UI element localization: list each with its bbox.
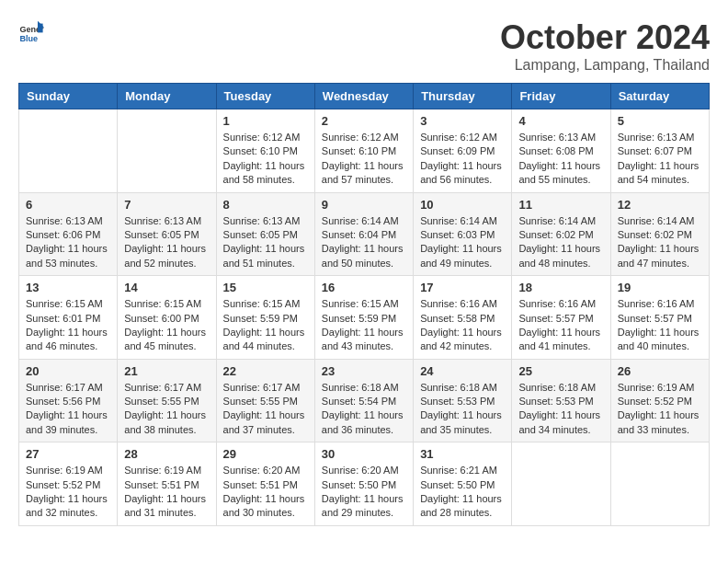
day-number: 23: [322, 364, 406, 378]
calendar-cell: 24Sunrise: 6:18 AM Sunset: 5:53 PM Dayli…: [414, 359, 512, 442]
day-number: 18: [518, 281, 603, 294]
calendar-cell: 2Sunrise: 6:12 AM Sunset: 6:10 PM Daylig…: [314, 109, 413, 193]
day-content: Sunrise: 6:14 AM Sunset: 6:02 PM Dayligh…: [618, 214, 702, 271]
day-content: Sunrise: 6:16 AM Sunset: 5:57 PM Dayligh…: [618, 297, 702, 354]
calendar-cell: 25Sunrise: 6:18 AM Sunset: 5:53 PM Dayli…: [512, 359, 610, 442]
day-number: 17: [420, 281, 505, 294]
svg-text:Blue: Blue: [19, 34, 38, 43]
day-content: Sunrise: 6:16 AM Sunset: 5:57 PM Dayligh…: [518, 297, 603, 354]
day-content: Sunrise: 6:15 AM Sunset: 6:00 PM Dayligh…: [124, 297, 209, 354]
day-number: 27: [26, 447, 110, 461]
calendar-cell: [118, 109, 216, 193]
day-content: Sunrise: 6:12 AM Sunset: 6:09 PM Dayligh…: [420, 131, 505, 188]
day-content: Sunrise: 6:19 AM Sunset: 5:51 PM Dayligh…: [124, 464, 209, 521]
calendar-cell: 31Sunrise: 6:21 AM Sunset: 5:50 PM Dayli…: [414, 442, 512, 526]
calendar-cell: [19, 109, 118, 193]
day-content: Sunrise: 6:20 AM Sunset: 5:50 PM Dayligh…: [322, 464, 406, 521]
day-content: Sunrise: 6:12 AM Sunset: 6:10 PM Dayligh…: [223, 131, 308, 188]
weekday-header-monday: Monday: [118, 84, 216, 109]
day-content: Sunrise: 6:13 AM Sunset: 6:05 PM Dayligh…: [124, 214, 209, 271]
calendar-cell: 5Sunrise: 6:13 AM Sunset: 6:07 PM Daylig…: [610, 109, 709, 193]
day-number: 2: [322, 114, 406, 128]
day-content: Sunrise: 6:12 AM Sunset: 6:10 PM Dayligh…: [322, 131, 406, 188]
day-content: Sunrise: 6:17 AM Sunset: 5:55 PM Dayligh…: [223, 381, 308, 438]
calendar-cell: 6Sunrise: 6:13 AM Sunset: 6:06 PM Daylig…: [19, 192, 118, 276]
calendar-cell: 8Sunrise: 6:13 AM Sunset: 6:05 PM Daylig…: [216, 192, 314, 276]
day-number: 5: [618, 114, 702, 128]
calendar-cell: 13Sunrise: 6:15 AM Sunset: 6:01 PM Dayli…: [19, 276, 118, 360]
calendar-cell: 20Sunrise: 6:17 AM Sunset: 5:56 PM Dayli…: [19, 359, 118, 442]
calendar-cell: 30Sunrise: 6:20 AM Sunset: 5:50 PM Dayli…: [314, 442, 413, 526]
calendar-cell: 16Sunrise: 6:15 AM Sunset: 5:59 PM Dayli…: [314, 276, 413, 360]
day-number: 1: [223, 114, 308, 128]
day-number: 9: [322, 198, 406, 212]
day-number: 7: [124, 198, 209, 212]
day-content: Sunrise: 6:15 AM Sunset: 5:59 PM Dayligh…: [223, 297, 308, 354]
day-content: Sunrise: 6:18 AM Sunset: 5:53 PM Dayligh…: [420, 381, 505, 438]
day-content: Sunrise: 6:14 AM Sunset: 6:02 PM Dayligh…: [518, 214, 603, 271]
calendar-cell: [610, 442, 709, 526]
calendar-cell: 4Sunrise: 6:13 AM Sunset: 6:08 PM Daylig…: [512, 109, 610, 193]
calendar-week-row: 13Sunrise: 6:15 AM Sunset: 6:01 PM Dayli…: [19, 276, 710, 360]
day-number: 10: [420, 198, 505, 212]
day-content: Sunrise: 6:21 AM Sunset: 5:50 PM Dayligh…: [420, 464, 505, 521]
day-number: 26: [618, 364, 702, 378]
weekday-header-friday: Friday: [512, 84, 610, 109]
day-number: 19: [618, 281, 702, 294]
day-number: 4: [518, 114, 603, 128]
title-area: October 2024 Lampang, Lampang, Thailand: [500, 18, 710, 74]
weekday-header-saturday: Saturday: [610, 84, 709, 109]
calendar-cell: 27Sunrise: 6:19 AM Sunset: 5:52 PM Dayli…: [19, 442, 118, 526]
calendar-cell: 22Sunrise: 6:17 AM Sunset: 5:55 PM Dayli…: [216, 359, 314, 442]
day-content: Sunrise: 6:18 AM Sunset: 5:53 PM Dayligh…: [518, 381, 603, 438]
month-title: October 2024: [500, 18, 710, 57]
generalblue-logo-icon: General Blue: [18, 18, 44, 44]
weekday-header-wednesday: Wednesday: [314, 84, 413, 109]
calendar-cell: 28Sunrise: 6:19 AM Sunset: 5:51 PM Dayli…: [118, 442, 216, 526]
day-number: 3: [420, 114, 505, 128]
calendar-cell: [512, 442, 610, 526]
day-content: Sunrise: 6:18 AM Sunset: 5:54 PM Dayligh…: [322, 381, 406, 438]
calendar-week-row: 6Sunrise: 6:13 AM Sunset: 6:06 PM Daylig…: [19, 192, 710, 276]
day-content: Sunrise: 6:14 AM Sunset: 6:04 PM Dayligh…: [322, 214, 406, 271]
location: Lampang, Lampang, Thailand: [500, 57, 710, 74]
day-content: Sunrise: 6:20 AM Sunset: 5:51 PM Dayligh…: [223, 464, 308, 521]
day-content: Sunrise: 6:17 AM Sunset: 5:55 PM Dayligh…: [124, 381, 209, 438]
day-number: 25: [518, 364, 603, 378]
day-number: 16: [322, 281, 406, 294]
day-number: 14: [124, 281, 209, 294]
header: General Blue October 2024 Lampang, Lampa…: [18, 18, 710, 74]
calendar-header-row: SundayMondayTuesdayWednesdayThursdayFrid…: [19, 84, 710, 109]
calendar-cell: 7Sunrise: 6:13 AM Sunset: 6:05 PM Daylig…: [118, 192, 216, 276]
day-number: 12: [618, 198, 702, 212]
calendar-cell: 14Sunrise: 6:15 AM Sunset: 6:00 PM Dayli…: [118, 276, 216, 360]
calendar-cell: 26Sunrise: 6:19 AM Sunset: 5:52 PM Dayli…: [610, 359, 709, 442]
weekday-header-thursday: Thursday: [414, 84, 512, 109]
calendar-cell: 29Sunrise: 6:20 AM Sunset: 5:51 PM Dayli…: [216, 442, 314, 526]
day-content: Sunrise: 6:17 AM Sunset: 5:56 PM Dayligh…: [26, 381, 110, 438]
calendar-cell: 17Sunrise: 6:16 AM Sunset: 5:58 PM Dayli…: [414, 276, 512, 360]
day-content: Sunrise: 6:16 AM Sunset: 5:58 PM Dayligh…: [420, 297, 505, 354]
calendar-week-row: 1Sunrise: 6:12 AM Sunset: 6:10 PM Daylig…: [19, 109, 710, 193]
calendar-cell: 23Sunrise: 6:18 AM Sunset: 5:54 PM Dayli…: [314, 359, 413, 442]
day-number: 22: [223, 364, 308, 378]
day-number: 24: [420, 364, 505, 378]
day-number: 31: [420, 447, 505, 461]
logo: General Blue: [18, 18, 46, 44]
day-number: 8: [223, 198, 308, 212]
day-number: 20: [26, 364, 110, 378]
calendar-cell: 19Sunrise: 6:16 AM Sunset: 5:57 PM Dayli…: [610, 276, 709, 360]
day-number: 29: [223, 447, 308, 461]
day-content: Sunrise: 6:13 AM Sunset: 6:06 PM Dayligh…: [26, 214, 110, 271]
day-content: Sunrise: 6:13 AM Sunset: 6:08 PM Dayligh…: [518, 131, 603, 188]
calendar-cell: 18Sunrise: 6:16 AM Sunset: 5:57 PM Dayli…: [512, 276, 610, 360]
day-number: 11: [518, 198, 603, 212]
calendar-cell: 12Sunrise: 6:14 AM Sunset: 6:02 PM Dayli…: [610, 192, 709, 276]
weekday-header-tuesday: Tuesday: [216, 84, 314, 109]
day-content: Sunrise: 6:15 AM Sunset: 6:01 PM Dayligh…: [26, 297, 110, 354]
day-number: 15: [223, 281, 308, 294]
calendar-week-row: 20Sunrise: 6:17 AM Sunset: 5:56 PM Dayli…: [19, 359, 710, 442]
day-content: Sunrise: 6:13 AM Sunset: 6:07 PM Dayligh…: [618, 131, 702, 188]
day-number: 13: [26, 281, 110, 294]
day-number: 28: [124, 447, 209, 461]
